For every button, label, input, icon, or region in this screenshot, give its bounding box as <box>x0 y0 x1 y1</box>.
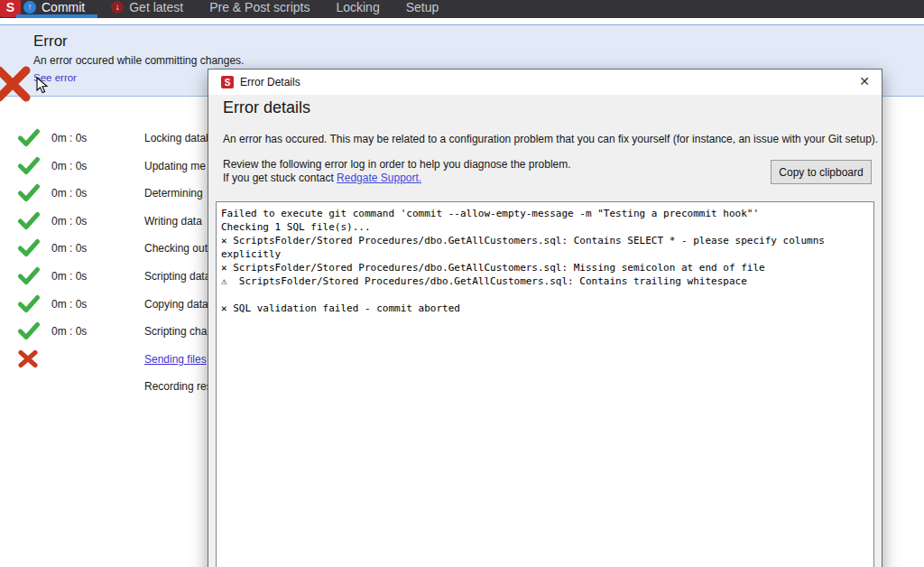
cross-icon <box>17 349 39 368</box>
mouse-cursor <box>36 77 49 95</box>
tab-label: Get latest <box>129 0 183 14</box>
check-icon <box>17 128 41 147</box>
check-icon <box>17 183 41 202</box>
log-line: Checking 1 SQL file(s)... <box>221 220 869 234</box>
step-time: 0m : 0s <box>51 132 87 144</box>
tab-pre-post-scripts[interactable]: Pre & Post scripts <box>209 0 310 14</box>
top-tab-bar: S ↑Commit↓Get latestPre & Post scriptsLo… <box>0 0 924 18</box>
step-time: 0m : 0s <box>51 298 87 311</box>
tab-setup[interactable]: Setup <box>406 0 439 14</box>
check-icon <box>17 321 41 340</box>
dialog-heading: Error details <box>223 98 310 117</box>
check-icon <box>17 266 41 285</box>
step-label: Updating me <box>144 160 206 172</box>
step-time: 0m : 0s <box>51 242 87 255</box>
error-details-dialog: S Error Details ✕ Error details An error… <box>208 69 882 567</box>
step-time: 0m : 0s <box>51 270 87 283</box>
stuck-prefix: If you get stuck contact <box>223 172 337 184</box>
log-line: ✕ ScriptsFolder/Stored Procedures/dbo.Ge… <box>221 261 869 274</box>
commit-icon: ↑ <box>23 1 36 14</box>
redgate-logo-icon: S <box>221 76 234 88</box>
dialog-title-bar[interactable]: S Error Details ✕ <box>208 70 882 95</box>
step-label: Copying data <box>144 298 208 311</box>
step-time: 0m : 0s <box>51 325 87 338</box>
tab-commit[interactable]: ↑Commit <box>23 0 85 14</box>
step-label: Recording res <box>144 380 212 393</box>
tab-label: Commit <box>42 0 85 14</box>
step-time: 0m : 0s <box>51 187 87 200</box>
error-log-textarea[interactable]: Failed to execute git command 'commit --… <box>216 201 874 567</box>
copy-to-clipboard-button[interactable]: Copy to clipboard <box>771 160 872 184</box>
step-time: 0m : 0s <box>51 215 87 228</box>
tab-get-latest[interactable]: ↓Get latest <box>111 0 183 14</box>
close-icon[interactable]: ✕ <box>859 74 870 88</box>
dialog-title: Error Details <box>240 76 300 88</box>
step-label: Determining <box>144 187 203 200</box>
tab-label: Setup <box>406 0 439 14</box>
log-line: Failed to execute git command 'commit --… <box>221 207 869 220</box>
step-label: Scripting cha <box>144 325 207 338</box>
step-label: Scripting data <box>144 270 210 283</box>
check-icon <box>17 211 41 230</box>
tab-label: Pre & Post scripts <box>209 0 310 14</box>
dialog-intro-text: An error has occured. This may be relate… <box>223 133 878 145</box>
dialog-review-text: Review the following error log in order … <box>223 158 571 171</box>
dialog-stuck-text: If you get stuck contact Redgate Support… <box>223 172 421 184</box>
step-time: 0m : 0s <box>51 160 87 172</box>
log-line <box>221 288 869 302</box>
step-label: Checking out <box>144 242 208 255</box>
log-line: ✕ SQL validation failed - commit aborted <box>221 302 869 315</box>
log-line: ✕ ScriptsFolder/Stored Procedures/dbo.Ge… <box>221 234 869 247</box>
log-line: ⚠ ScriptsFolder/Stored Procedures/dbo.Ge… <box>221 274 869 288</box>
tab-locking[interactable]: Locking <box>336 0 379 14</box>
banner-title: Error <box>33 33 68 51</box>
get-latest-icon: ↓ <box>111 1 124 14</box>
check-icon <box>17 238 41 257</box>
check-icon <box>17 156 41 175</box>
step-label-link[interactable]: Sending files <box>144 353 207 366</box>
error-x-icon <box>0 66 32 102</box>
tab-label: Locking <box>336 0 379 14</box>
redgate-support-link[interactable]: Redgate Support. <box>337 172 421 184</box>
step-label: Writing data <box>144 215 202 228</box>
active-tab-underline <box>16 14 97 18</box>
check-icon <box>17 294 41 313</box>
log-line: explicitly <box>221 247 869 261</box>
banner-message: An error occured while committing change… <box>33 54 244 67</box>
step-label: Locking datab <box>144 132 212 144</box>
